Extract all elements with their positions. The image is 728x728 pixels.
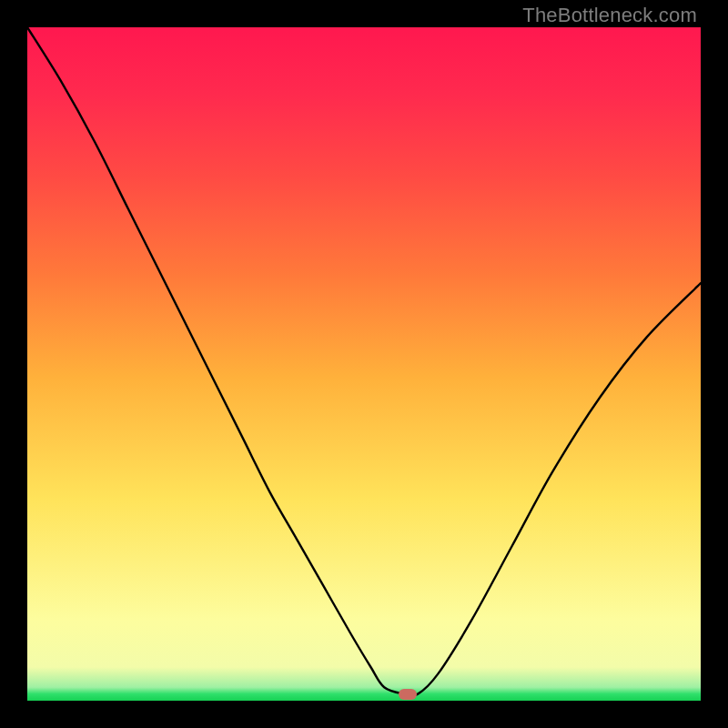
chart-frame: TheBottleneck.com (0, 0, 728, 728)
bottleneck-curve (27, 27, 701, 701)
watermark-text: TheBottleneck.com (522, 4, 697, 27)
minimum-marker (399, 689, 417, 700)
plot-area (27, 27, 701, 701)
